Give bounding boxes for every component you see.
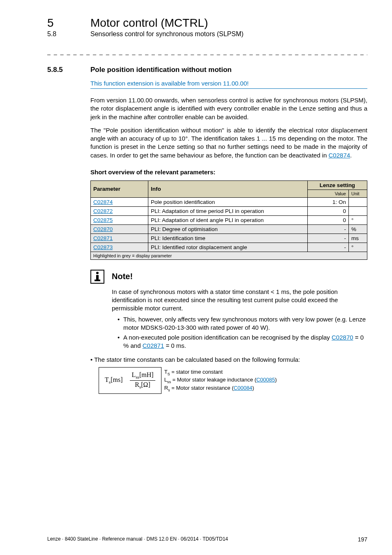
table-row: C02875 PLI: Adaptation of ident angle PL… <box>91 215 367 224</box>
chapter-heading: 5 Motor control (MCTRL) <box>47 16 367 30</box>
section-number: 5.8.5 <box>47 66 90 74</box>
formula-box: Ts[ms] Lss[mH] Rs[Ω] <box>99 367 161 394</box>
table-row: C02872 PLI: Adaptation of time period PL… <box>91 206 367 215</box>
info-icon <box>90 270 104 284</box>
param-unit <box>349 197 367 206</box>
section-heading: 5.8.5 Pole position identification witho… <box>47 66 367 74</box>
section-title: Pole position identification without mot… <box>90 66 232 74</box>
subsection-title: Sensorless control for synchronous motor… <box>90 30 244 38</box>
note-bullet-1: This, however, only affects very few syn… <box>118 315 367 332</box>
subsection-number: 5.8 <box>47 30 90 38</box>
subsection-heading: 5.8 Sensorless control for synchronous m… <box>47 30 367 38</box>
param-unit: % <box>349 224 367 234</box>
col-unit: Unit <box>349 190 367 197</box>
param-info: PLI: Degree of optimisation <box>148 224 308 234</box>
link-c02871[interactable]: C02871 <box>143 342 164 349</box>
param-link[interactable]: C02873 <box>93 244 113 250</box>
param-unit: ° <box>349 215 367 224</box>
link-c02870[interactable]: C02870 <box>332 334 353 341</box>
note-bullet-list: This, however, only affects very few syn… <box>112 315 367 350</box>
param-info: PLI: Identified rotor displacement angle <box>148 243 308 252</box>
param-link[interactable]: C02871 <box>93 235 113 241</box>
param-unit: ms <box>349 234 367 243</box>
note-title: Note! <box>112 272 133 281</box>
table-row: C02870 PLI: Degree of optimisation - % <box>91 224 367 234</box>
paragraph-2-text-a: The "Pole position identification withou… <box>90 127 367 159</box>
param-link[interactable]: C02870 <box>93 226 113 232</box>
param-link[interactable]: C02874 <box>93 199 113 205</box>
col-lenze-setting: Lenze setting <box>308 180 367 190</box>
note-header: Note! <box>90 270 367 284</box>
param-value: - <box>308 243 349 252</box>
paragraph-1: From version 11.00.00 onwards, when sens… <box>90 96 367 121</box>
param-info: Pole position identification <box>148 197 308 206</box>
col-info: Info <box>148 180 308 197</box>
table-footnote: Highlighted in grey = display parameter <box>91 252 367 259</box>
table-row: C02874 Pole position identification 1: O… <box>91 197 367 206</box>
note-bullet-2: A non-executed pole position identificat… <box>118 333 367 350</box>
param-value: 1: On <box>308 197 349 206</box>
footer-text: Lenze · 8400 StateLine · Reference manua… <box>47 536 228 543</box>
page-footer: Lenze · 8400 StateLine · Reference manua… <box>47 536 367 543</box>
formula-desc-line-3: Rs = Motor stator resistance (C00084) <box>164 384 277 393</box>
col-value: Value <box>308 190 349 197</box>
chapter-title: Motor control (MCTRL) <box>90 16 208 30</box>
paragraph-2: The "Pole position identification withou… <box>90 126 367 160</box>
link-c00085[interactable]: C00085 <box>256 377 275 383</box>
table-footnote-row: Highlighted in grey = display parameter <box>91 252 367 259</box>
link-c02874[interactable]: C02874 <box>329 152 350 159</box>
formula-left: Ts[ms] <box>105 376 122 384</box>
formula-numerator: Lss[mH] <box>130 372 155 381</box>
formula-desc-line-2: Lss = Motor stator leakage inductance (C… <box>164 376 277 384</box>
note-block: Note! In case of synchronous motors with… <box>90 270 367 350</box>
version-note: This function extension is available fro… <box>90 80 367 87</box>
formula-row: Ts[ms] Lss[mH] Rs[Ω] TS = stator time co… <box>99 367 367 394</box>
param-unit <box>349 206 367 215</box>
param-info: PLI: Adaptation of time period PLI in op… <box>148 206 308 215</box>
table-header-row: Parameter Info Lenze setting <box>91 180 367 190</box>
version-note-underline <box>90 88 367 89</box>
param-info: PLI: Adaptation of ident angle PLI in op… <box>148 215 308 224</box>
table-row: C02873 PLI: Identified rotor displacemen… <box>91 243 367 252</box>
formula-denominator: Rs[Ω] <box>130 381 155 389</box>
param-link[interactable]: C02872 <box>93 208 113 214</box>
formula-intro-bullet: The stator time constants can be calcula… <box>90 356 367 363</box>
parameters-heading: Short overview of the relevant parameter… <box>90 169 367 176</box>
param-link[interactable]: C02875 <box>93 217 113 223</box>
formula-description: TS = stator time constant Lss = Motor st… <box>164 368 277 393</box>
param-info: PLI: Identification time <box>148 234 308 243</box>
paragraph-2-text-b: . <box>350 152 352 159</box>
page-number: 197 <box>358 536 367 543</box>
link-c00084[interactable]: C00084 <box>234 385 253 391</box>
table-row: C02871 PLI: Identification time - ms <box>91 234 367 243</box>
parameters-table: Parameter Info Lenze setting Value Unit … <box>90 180 367 260</box>
formula-fraction: Lss[mH] Rs[Ω] <box>130 372 155 390</box>
note-paragraph: In case of synchronous motors with a sta… <box>112 288 367 313</box>
param-value: - <box>308 234 349 243</box>
note-body: In case of synchronous motors with a sta… <box>112 288 367 350</box>
param-value: - <box>308 224 349 234</box>
param-value: 0 <box>308 206 349 215</box>
param-value: 0 <box>308 215 349 224</box>
formula-desc-line-1: TS = stator time constant <box>164 368 277 377</box>
col-parameter: Parameter <box>91 180 148 197</box>
param-unit: ° <box>349 243 367 252</box>
divider: _ _ _ _ _ _ _ _ _ _ _ _ _ _ _ _ _ _ _ _ … <box>47 49 367 55</box>
chapter-number: 5 <box>47 16 90 30</box>
